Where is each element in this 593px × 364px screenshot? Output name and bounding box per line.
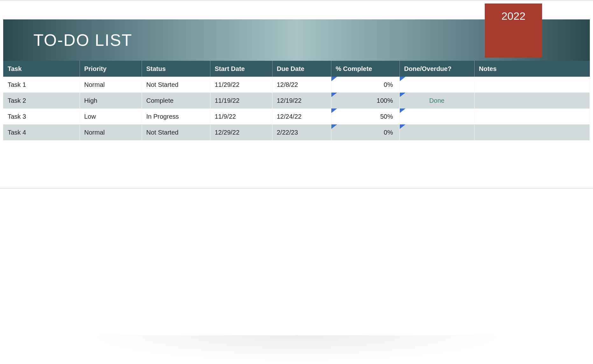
col-header-pct-complete[interactable]: % Complete bbox=[331, 61, 399, 77]
todo-table-wrap: Task Priority Status Start Date Due Date… bbox=[3, 61, 590, 140]
cell-start-date[interactable]: 11/29/22 bbox=[210, 77, 272, 93]
col-header-task[interactable]: Task bbox=[3, 61, 80, 77]
cell-done-overdue[interactable] bbox=[399, 124, 474, 140]
cell-notes[interactable] bbox=[474, 93, 590, 108]
table-row[interactable]: Task 4 Normal Not Started 12/29/22 2/22/… bbox=[3, 124, 590, 140]
table-row[interactable]: Task 3 Low In Progress 11/9/22 12/24/22 … bbox=[3, 108, 590, 124]
col-header-done-overdue[interactable]: Done/Overdue? bbox=[399, 61, 474, 77]
col-header-status[interactable]: Status bbox=[142, 61, 210, 77]
table-row[interactable]: Task 2 High Complete 11/19/22 12/19/22 1… bbox=[3, 93, 590, 108]
table-row[interactable]: Task 1 Normal Not Started 11/29/22 12/8/… bbox=[3, 77, 590, 93]
cell-start-date[interactable]: 11/19/22 bbox=[210, 93, 272, 108]
cell-task[interactable]: Task 4 bbox=[3, 124, 80, 140]
cell-status[interactable]: In Progress bbox=[142, 108, 210, 124]
cell-task[interactable]: Task 1 bbox=[3, 77, 80, 93]
cell-task[interactable]: Task 3 bbox=[3, 108, 80, 124]
year-text: 2022 bbox=[501, 10, 526, 22]
cell-done-overdue[interactable]: Done bbox=[399, 93, 474, 108]
cell-pct-complete[interactable]: 0% bbox=[331, 124, 399, 140]
col-header-notes[interactable]: Notes bbox=[474, 61, 590, 77]
cell-due-date[interactable]: 12/19/22 bbox=[272, 93, 331, 108]
cell-priority[interactable]: Normal bbox=[80, 77, 142, 93]
cell-done-overdue[interactable] bbox=[399, 108, 474, 124]
cell-pct-complete[interactable]: 0% bbox=[331, 77, 399, 93]
cell-notes[interactable] bbox=[474, 108, 590, 124]
page-shadow bbox=[89, 335, 504, 361]
cell-pct-complete[interactable]: 100% bbox=[331, 93, 399, 108]
todo-table: Task Priority Status Start Date Due Date… bbox=[3, 61, 590, 140]
cell-due-date[interactable]: 2/22/23 bbox=[272, 124, 331, 140]
cell-start-date[interactable]: 11/9/22 bbox=[210, 108, 272, 124]
cell-notes[interactable] bbox=[474, 124, 590, 140]
year-badge: 2022 bbox=[485, 4, 542, 58]
table-header-row: Task Priority Status Start Date Due Date… bbox=[3, 61, 590, 77]
col-header-due-date[interactable]: Due Date bbox=[272, 61, 331, 77]
cell-status[interactable]: Complete bbox=[142, 93, 210, 108]
cell-status[interactable]: Not Started bbox=[142, 124, 210, 140]
cell-start-date[interactable]: 12/29/22 bbox=[210, 124, 272, 140]
page-title: TO-DO LIST bbox=[33, 31, 132, 50]
header-area: 2022 TO-DO LIST bbox=[0, 0, 593, 61]
col-header-priority[interactable]: Priority bbox=[80, 61, 142, 77]
cell-done-overdue[interactable] bbox=[399, 77, 474, 93]
cell-pct-complete[interactable]: 50% bbox=[331, 108, 399, 124]
document-canvas: 2022 TO-DO LIST Task Priority Statu bbox=[0, 0, 593, 188]
cell-task[interactable]: Task 2 bbox=[3, 93, 80, 108]
cell-priority[interactable]: Low bbox=[80, 108, 142, 124]
cell-due-date[interactable]: 12/24/22 bbox=[272, 108, 331, 124]
cell-due-date[interactable]: 12/8/22 bbox=[272, 77, 331, 93]
col-header-start-date[interactable]: Start Date bbox=[210, 61, 272, 77]
cell-status[interactable]: Not Started bbox=[142, 77, 210, 93]
cell-priority[interactable]: Normal bbox=[80, 124, 142, 140]
cell-notes[interactable] bbox=[474, 77, 590, 93]
cell-priority[interactable]: High bbox=[80, 93, 142, 108]
